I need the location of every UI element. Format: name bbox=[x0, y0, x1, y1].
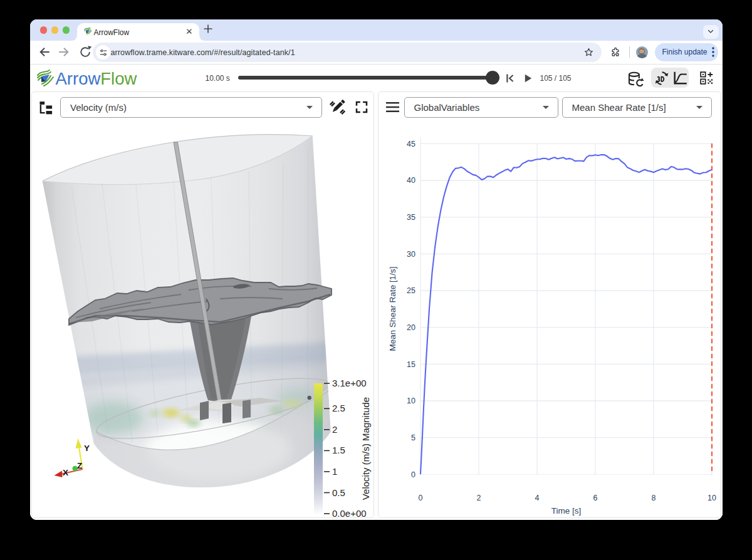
svg-text:20: 20 bbox=[407, 323, 415, 332]
svg-text:Time [s]: Time [s] bbox=[551, 506, 581, 516]
svg-text:3.1e+00: 3.1e+00 bbox=[332, 378, 367, 388]
svg-text:15: 15 bbox=[407, 360, 415, 369]
svg-text:Mean Shear Rate [1/s]: Mean Shear Rate [1/s] bbox=[388, 266, 397, 351]
svg-text:40: 40 bbox=[407, 176, 415, 185]
svg-text:1.5: 1.5 bbox=[332, 445, 345, 455]
svg-text:5: 5 bbox=[411, 433, 415, 442]
svg-text:4: 4 bbox=[535, 494, 539, 502]
svg-text:0.5: 0.5 bbox=[332, 487, 345, 498]
svg-text:30: 30 bbox=[407, 250, 415, 259]
svg-text:Y: Y bbox=[84, 443, 90, 453]
svg-text:Velocity (m/s) Magnitude: Velocity (m/s) Magnitude bbox=[360, 397, 371, 500]
svg-text:Z: Z bbox=[77, 461, 82, 470]
svg-text:25: 25 bbox=[407, 286, 415, 295]
svg-text:0.0e+00: 0.0e+00 bbox=[332, 508, 367, 517]
svg-text:10: 10 bbox=[407, 397, 415, 405]
svg-text:X: X bbox=[63, 468, 68, 477]
svg-text:45: 45 bbox=[407, 140, 415, 148]
svg-text:0: 0 bbox=[418, 494, 422, 502]
svg-text:8: 8 bbox=[651, 494, 655, 502]
svg-text:0: 0 bbox=[411, 470, 415, 479]
svg-text:1: 1 bbox=[332, 466, 337, 477]
svg-text:2: 2 bbox=[476, 494, 481, 502]
svg-text:2: 2 bbox=[332, 424, 337, 435]
svg-text:6: 6 bbox=[593, 494, 597, 502]
svg-text:2.5: 2.5 bbox=[332, 403, 345, 413]
svg-text:35: 35 bbox=[407, 213, 415, 222]
svg-text:10: 10 bbox=[708, 494, 716, 502]
